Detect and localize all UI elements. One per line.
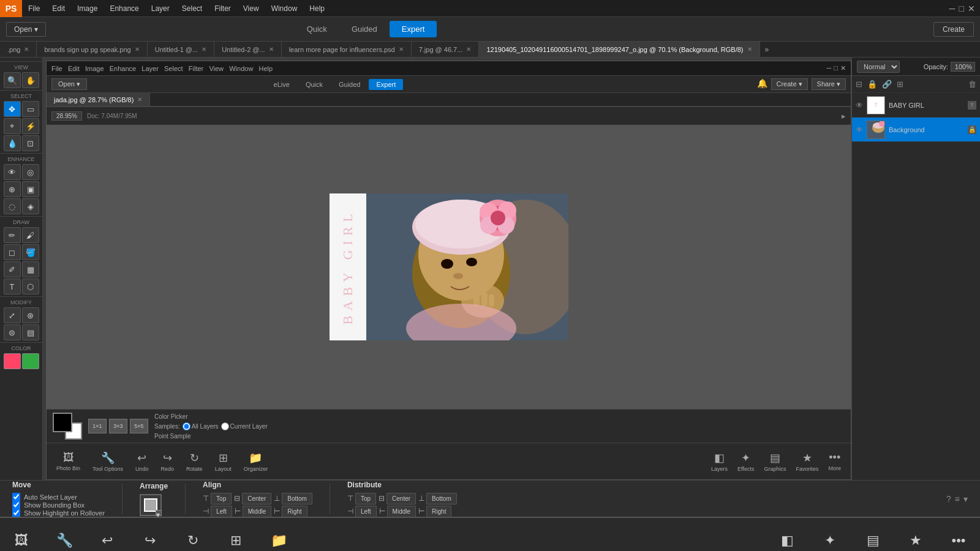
foreground-swatch[interactable]: [53, 413, 72, 432]
warp-tool[interactable]: ⊛: [22, 307, 39, 323]
liquify-tool[interactable]: ▤: [22, 324, 39, 340]
pse-tool-options-btn[interactable]: 🔧 Tool Options: [89, 449, 127, 474]
create-button[interactable]: Create: [933, 22, 974, 37]
align-right-icon[interactable]: ⊢: [274, 507, 280, 515]
brush-1px[interactable]: 1×1: [88, 419, 107, 433]
bounding-box-check[interactable]: [12, 501, 20, 509]
spot-heal-tool[interactable]: ◎: [22, 164, 39, 180]
tool-options-group[interactable]: 🔧 Tool Options: [43, 517, 86, 551]
shape-tool[interactable]: ⬡: [22, 279, 39, 294]
align-right-btn[interactable]: Right: [282, 506, 307, 517]
blur-tool[interactable]: ◌: [4, 198, 21, 214]
red-eye-tool[interactable]: 👁: [4, 164, 21, 180]
tab-6[interactable]: 12190405_102049116000514701_1898999247_o…: [479, 42, 760, 58]
menu-help[interactable]: Help: [303, 0, 331, 17]
menu-edit[interactable]: Edit: [46, 0, 71, 17]
foreground-color[interactable]: [4, 353, 21, 369]
minimize-btn[interactable]: ─: [949, 4, 956, 13]
tab-close-4[interactable]: ✕: [399, 46, 404, 53]
rotate-group[interactable]: ↻ Rotate: [172, 517, 214, 551]
pse-elive-btn[interactable]: eLive: [266, 79, 297, 90]
dist-top-icon[interactable]: ⊤: [347, 494, 353, 503]
eraser-tool[interactable]: ◻: [4, 244, 21, 260]
menu-file[interactable]: File: [22, 0, 46, 17]
tab-5[interactable]: 7.jpg @ 46.7... ✕: [412, 42, 480, 58]
menu-enhance[interactable]: Enhance: [104, 0, 145, 17]
tab-0[interactable]: .png ✕: [0, 42, 37, 58]
blend-mode-select[interactable]: Normal: [857, 61, 900, 73]
pse-layout-btn[interactable]: ⊞ Layout: [211, 449, 235, 474]
nav-mode-expert[interactable]: Expert: [390, 21, 437, 37]
sharpen-tool[interactable]: ◈: [22, 198, 39, 214]
layer-icon-1[interactable]: ⊟: [856, 80, 862, 89]
dist-bottom-icon[interactable]: ⊥: [418, 494, 424, 503]
favorites-panel-btn[interactable]: ★ Favorites: [894, 517, 937, 551]
menu-layer[interactable]: Layer: [145, 0, 176, 17]
background-color[interactable]: [22, 353, 39, 369]
transform-tool[interactable]: ⤢: [4, 307, 21, 323]
pattern-tool[interactable]: ▣: [22, 181, 39, 197]
pse-favorites-btn[interactable]: ★ Favorites: [792, 449, 822, 474]
pencil-tool[interactable]: ✐: [4, 261, 21, 277]
options-collapse-icon[interactable]: ▾: [963, 494, 968, 504]
pse-photo-bin-btn[interactable]: 🖼 Photo Bin: [53, 449, 84, 474]
pse-effects-btn[interactable]: ✦ Effects: [734, 449, 758, 474]
dist-middle-icon[interactable]: ⊢: [379, 507, 385, 515]
undo-group[interactable]: ↩ Undo: [86, 517, 129, 551]
pse-share-btn[interactable]: Share ▾: [812, 78, 846, 90]
align-bottom-icon[interactable]: ⊥: [274, 494, 280, 503]
tab-close-3[interactable]: ✕: [269, 46, 274, 53]
dist-center-icon[interactable]: ⊟: [379, 494, 385, 503]
pse-organizer-btn[interactable]: 📁 Organizer: [240, 449, 272, 474]
more-panel-btn[interactable]: ••• More: [937, 517, 980, 551]
redo-group[interactable]: ↪ Redo: [129, 517, 172, 551]
dist-left-icon[interactable]: ⊣: [347, 507, 353, 515]
align-bottom-btn[interactable]: Bottom: [282, 493, 312, 504]
layers-panel-btn[interactable]: ◧ Layers: [766, 517, 809, 551]
clone-tool[interactable]: ⊕: [4, 181, 21, 197]
align-top-btn[interactable]: Top: [211, 493, 232, 504]
marquee-tool[interactable]: ▭: [22, 101, 39, 117]
menu-filter[interactable]: Filter: [208, 0, 237, 17]
pse-undo-btn[interactable]: ↩ Undo: [132, 449, 153, 474]
highlight-check[interactable]: [12, 509, 20, 517]
photo-bin-group[interactable]: 🖼 Photo Bin: [0, 517, 43, 551]
move-tool[interactable]: ✥: [4, 101, 21, 117]
menu-select[interactable]: Select: [176, 0, 208, 17]
all-layers-radio[interactable]: All Layers: [183, 422, 219, 430]
tab-3[interactable]: Untitled-2 @... ✕: [214, 42, 281, 58]
impressionist-brush[interactable]: 🖌: [22, 227, 39, 243]
layer-icon-2[interactable]: 🔒: [867, 80, 877, 89]
brush-3x3[interactable]: 3×3: [109, 419, 127, 433]
pse-expert-btn[interactable]: Expert: [369, 79, 403, 90]
align-top-icon[interactable]: ⊤: [203, 494, 209, 503]
dist-top-btn[interactable]: Top: [355, 493, 376, 504]
align-middle-btn[interactable]: Middle: [243, 506, 271, 517]
pse-more-btn[interactable]: ••• More: [824, 449, 845, 474]
graphics-panel-btn[interactable]: ▤ Graphics: [851, 517, 894, 551]
tab-close-1[interactable]: ✕: [135, 46, 140, 53]
restore-btn[interactable]: □: [959, 4, 964, 13]
pse-quick-btn[interactable]: Quick: [298, 79, 330, 90]
organizer-group[interactable]: 📁 Organizer: [257, 517, 300, 551]
align-left-btn[interactable]: Left: [211, 506, 232, 517]
crop-tool[interactable]: ⊡: [22, 135, 39, 151]
dist-middle-btn[interactable]: Middle: [387, 506, 416, 517]
arrange-box[interactable]: ▾: [140, 494, 162, 516]
tab-overflow[interactable]: »: [760, 45, 774, 54]
menu-image[interactable]: Image: [71, 0, 104, 17]
layer-item-babygirl[interactable]: 👁 T BABY GIRL T: [852, 93, 980, 118]
dist-left-btn[interactable]: Left: [355, 506, 377, 517]
bounding-box-label[interactable]: Show Bounding Box: [12, 501, 85, 509]
pse-maximize[interactable]: □: [834, 64, 838, 72]
open-button[interactable]: Open ▾: [6, 22, 46, 37]
layer-delete-btn[interactable]: 🗑: [968, 80, 976, 89]
quick-select-tool[interactable]: ⚡: [22, 118, 39, 134]
opacity-input[interactable]: [951, 62, 975, 72]
pse-guided-btn[interactable]: Guided: [331, 79, 368, 90]
auto-select-check[interactable]: [12, 493, 20, 501]
nav-mode-quick[interactable]: Quick: [295, 21, 339, 37]
pse-rotate-btn[interactable]: ↻ Rotate: [183, 449, 206, 474]
eyedropper-tool[interactable]: 💧: [4, 135, 21, 151]
dist-bottom-btn[interactable]: Bottom: [426, 493, 457, 504]
